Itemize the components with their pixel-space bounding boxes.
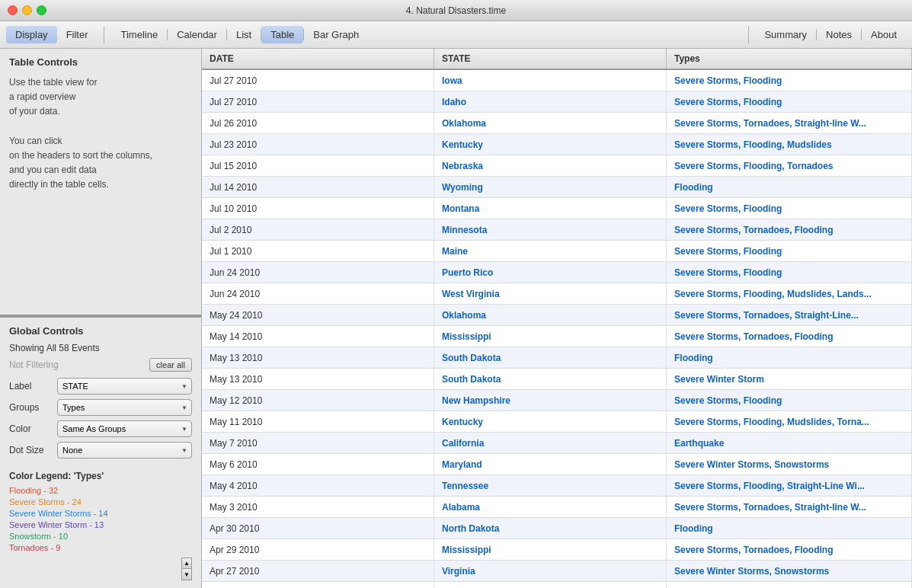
cell-state[interactable]: Iowa (434, 70, 667, 91)
cell-date: Jul 27 2010 (202, 70, 434, 91)
groups-row: Groups Types (9, 399, 192, 416)
cell-state[interactable]: Oklahoma (434, 305, 667, 325)
toolbar-left: Display Filter (0, 26, 104, 43)
cell-date: May 3 2010 (202, 497, 434, 517)
timeline-button[interactable]: Timeline (112, 26, 168, 43)
cell-state[interactable]: West Virginia (434, 283, 667, 304)
th-types[interactable]: Types (667, 49, 912, 69)
groups-select[interactable]: Types (57, 399, 192, 416)
cell-types: Severe Storms, Flooding, Mudslides, Torn… (667, 411, 912, 432)
cell-date: Apr 30 2010 (202, 518, 434, 538)
color-select[interactable]: Same As Groups (57, 420, 192, 437)
th-state[interactable]: STATE (434, 49, 667, 69)
toolbar-center: Timeline Calendar List Table Bar Graph (104, 26, 749, 43)
cell-state[interactable]: Kentucky (434, 411, 667, 432)
label-row: Label STATE (9, 378, 192, 395)
cell-types: Severe Storms, Flooding (667, 582, 912, 588)
table-row: Jul 27 2010IowaSevere Storms, Flooding (202, 70, 912, 91)
cell-types: Severe Storms, Flooding (667, 262, 912, 283)
legend-severe-storms: Severe Storms - 24 (9, 497, 192, 507)
cell-date: May 14 2010 (202, 326, 434, 347)
cell-date: Jul 15 2010 (202, 155, 434, 176)
table-controls-title: Table Controls (9, 56, 192, 68)
display-button[interactable]: Display (6, 26, 57, 43)
bar-graph-button[interactable]: Bar Graph (304, 26, 368, 43)
cell-state[interactable]: Mississippi (434, 326, 667, 347)
table-row: Jun 24 2010West VirginiaSevere Storms, F… (202, 283, 912, 305)
table-row: Jul 10 2010MontanaSevere Storms, Floodin… (202, 198, 912, 219)
legend-severe-winter-storms: Severe Winter Storms - 14 (9, 509, 192, 518)
cell-state[interactable]: South Dakota (434, 347, 667, 368)
filter-button[interactable]: Filter (57, 26, 98, 43)
cell-date: May 11 2010 (202, 411, 434, 432)
table-row: Apr 29 2010MississippiSevere Storms, Tor… (202, 539, 912, 561)
minimize-button[interactable] (22, 5, 32, 15)
showing-events: Showing All 58 Events (9, 343, 192, 353)
table-button[interactable]: Table (261, 26, 303, 43)
table-row: May 24 2010OklahomaSevere Storms, Tornad… (202, 305, 912, 326)
groups-select-wrapper: Types (57, 399, 192, 416)
cell-types: Flooding (667, 518, 912, 538)
cell-state[interactable]: Kentucky (434, 134, 667, 155)
table-header: DATE STATE Types (202, 49, 912, 70)
cell-state[interactable]: Alabama (434, 497, 667, 517)
cell-types: Severe Storms, Tornadoes, Straight-line … (667, 497, 912, 517)
table-row: Apr 23 2010ConnecticutSevere Storms, Flo… (202, 582, 912, 588)
cell-date: May 12 2010 (202, 390, 434, 411)
cell-state[interactable]: Maryland (434, 454, 667, 475)
cell-date: May 7 2010 (202, 433, 434, 453)
table-row: Jul 26 2010OklahomaSevere Storms, Tornad… (202, 113, 912, 134)
cell-state[interactable]: North Dakota (434, 518, 667, 538)
close-button[interactable] (8, 5, 18, 15)
cell-types: Severe Winter Storm (667, 369, 912, 389)
cell-state[interactable]: Nebraska (434, 155, 667, 176)
cell-date: May 24 2010 (202, 305, 434, 325)
scroll-down-arrow[interactable]: ▼ (182, 569, 191, 580)
table-row: Apr 27 2010VirginiaSevere Winter Storms,… (202, 561, 912, 582)
cell-types: Severe Storms, Flooding, Mudslides (667, 134, 912, 155)
label-select[interactable]: STATE (57, 378, 192, 395)
cell-state[interactable]: Puerto Rico (434, 262, 667, 283)
color-row: Color Same As Groups (9, 420, 192, 437)
table-row: May 11 2010KentuckySevere Storms, Floodi… (202, 411, 912, 433)
clear-all-button[interactable]: clear all (149, 358, 192, 372)
cell-state[interactable]: Mississippi (434, 539, 667, 560)
cell-state[interactable]: Maine (434, 241, 667, 261)
cell-types: Flooding (667, 347, 912, 368)
summary-button[interactable]: Summary (755, 26, 816, 43)
cell-types: Flooding (667, 177, 912, 197)
about-button[interactable]: About (862, 26, 906, 43)
groups-label: Groups (9, 402, 51, 413)
cell-state[interactable]: South Dakota (434, 369, 667, 389)
calendar-button[interactable]: Calendar (168, 26, 226, 43)
table-row: Jul 1 2010MaineSevere Storms, Flooding (202, 241, 912, 262)
toolbar: Display Filter Timeline Calendar List Ta… (0, 21, 912, 49)
cell-state[interactable]: Montana (434, 198, 667, 219)
list-button[interactable]: List (227, 26, 261, 43)
dot-size-select[interactable]: None (57, 442, 192, 459)
notes-button[interactable]: Notes (817, 26, 861, 43)
table-body: Jul 27 2010IowaSevere Storms, FloodingJu… (202, 70, 912, 588)
cell-state[interactable]: Idaho (434, 91, 667, 112)
cell-state[interactable]: Tennessee (434, 475, 667, 496)
window-title: 4. Natural Disasters.time (406, 5, 506, 16)
label-label: Label (9, 381, 51, 391)
th-date[interactable]: DATE (202, 49, 434, 69)
cell-state[interactable]: Oklahoma (434, 113, 667, 133)
maximize-button[interactable] (37, 5, 46, 15)
cell-types: Severe Storms, Flooding, Mudslides, Land… (667, 283, 912, 304)
cell-types: Severe Winter Storms, Snowstorms (667, 561, 912, 581)
cell-date: Jul 2 2010 (202, 219, 434, 240)
color-select-wrapper: Same As Groups (57, 420, 192, 437)
cell-state[interactable]: Virginia (434, 561, 667, 581)
cell-state[interactable]: Minnesota (434, 219, 667, 240)
cell-state[interactable]: Wyoming (434, 177, 667, 197)
cell-state[interactable]: California (434, 433, 667, 453)
scroll-up-arrow[interactable]: ▲ (182, 558, 191, 569)
color-legend: Color Legend: 'Types' Flooding - 32 Seve… (9, 471, 192, 554)
cell-state[interactable]: New Hampshire (434, 390, 667, 411)
cell-state[interactable]: Connecticut (434, 582, 667, 588)
cell-types: Severe Storms, Flooding (667, 70, 912, 91)
table-row: May 7 2010CaliforniaEarthquake (202, 433, 912, 454)
cell-types: Severe Storms, Flooding (667, 241, 912, 261)
